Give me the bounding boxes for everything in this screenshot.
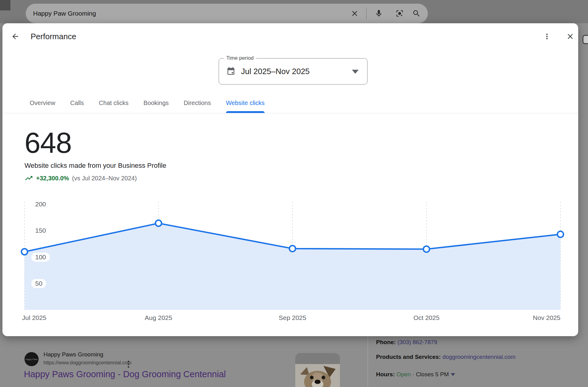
- result-site-name: Happy Paws Grooming: [43, 351, 103, 358]
- products-link[interactable]: doggroomingcentennial.com: [442, 354, 515, 360]
- google-search-bar[interactable]: [26, 4, 428, 23]
- hours-close-text: Closes 5 PM: [416, 371, 449, 378]
- close-icon: [566, 32, 575, 41]
- y-tick-200: 200: [31, 200, 50, 209]
- metric-comparison: (vs Jul 2024–Nov 2024): [72, 175, 137, 182]
- phone-link[interactable]: (303) 862-7879: [398, 339, 437, 345]
- data-point-Oct 2025[interactable]: [424, 246, 430, 252]
- tab-calls[interactable]: Calls: [70, 93, 84, 113]
- more-options-button[interactable]: [541, 30, 553, 43]
- time-period-value: Jul 2025–Nov 2025: [241, 67, 310, 76]
- data-point-Jul 2025[interactable]: [21, 249, 28, 255]
- tab-overview[interactable]: Overview: [30, 93, 55, 113]
- search-bar-divider: [366, 8, 367, 19]
- microphone-icon[interactable]: [375, 9, 383, 18]
- result-site-url: https://www.doggroomingcentennial.com: [43, 360, 131, 366]
- dropdown-arrow-icon: [352, 70, 359, 74]
- time-period-label: Time period: [224, 55, 256, 61]
- calendar-icon: [226, 67, 236, 76]
- browser-corner-element: [0, 0, 10, 10]
- y-tick-50: 50: [31, 279, 46, 288]
- lens-camera-icon[interactable]: [395, 9, 404, 18]
- data-point-Sep 2025[interactable]: [289, 246, 296, 252]
- trending-up-icon: [24, 174, 33, 182]
- phone-label: Phone:: [376, 339, 396, 345]
- page-edge-widget: [582, 35, 588, 44]
- x-axis-labels: Jul 2025Aug 2025Sep 2025Oct 2025Nov 2025: [24, 314, 560, 323]
- x-label-Sep 2025: Sep 2025: [279, 314, 306, 321]
- dog-photo: [295, 364, 340, 387]
- metric-total: 648: [24, 129, 72, 157]
- x-label-Jul 2025: Jul 2025: [22, 314, 46, 321]
- x-label-Oct 2025: Oct 2025: [413, 314, 439, 321]
- results-panel-divider: [368, 337, 368, 387]
- modal-title: Performance: [31, 32, 76, 41]
- phone-row: Phone: (303) 862-7879: [376, 339, 437, 346]
- website-clicks-chart: 20015010050 Jul 2025Aug 2025Sep 2025Oct …: [24, 202, 560, 310]
- y-tick-150: 150: [31, 226, 50, 235]
- result-site-avatar: Happy Paws: [24, 352, 39, 366]
- avatar-text: Happy Paws: [25, 358, 37, 360]
- performance-tabs: Overview Calls Chat clicks Bookings Dire…: [2, 93, 578, 113]
- chart-canvas: [24, 202, 560, 310]
- thumbnail-header: [295, 353, 340, 364]
- products-label: Products and Services:: [376, 354, 441, 360]
- clear-search-icon[interactable]: [350, 9, 359, 18]
- close-button[interactable]: [564, 30, 576, 43]
- hours-expand-icon[interactable]: [451, 373, 455, 376]
- search-icon[interactable]: [412, 9, 421, 18]
- back-button[interactable]: [9, 30, 21, 43]
- result-thumbnail[interactable]: [295, 353, 340, 387]
- data-point-Nov 2025[interactable]: [557, 231, 564, 237]
- tab-website-clicks[interactable]: Website clicks: [226, 93, 265, 113]
- arrow-back-icon: [11, 32, 20, 41]
- search-input[interactable]: [33, 4, 345, 23]
- hours-row: Hours: Open · Closes 5 PM: [376, 371, 455, 378]
- hours-separator: ·: [412, 371, 414, 378]
- x-label-Aug 2025: Aug 2025: [145, 314, 172, 321]
- performance-modal: Performance Time period Jul 2025–Nov 202…: [2, 23, 578, 336]
- products-row: Products and Services: doggroomingcenten…: [376, 354, 515, 360]
- kebab-menu-icon: [543, 32, 551, 41]
- result-kebab-icon[interactable]: [127, 361, 129, 369]
- data-point-Aug 2025[interactable]: [156, 220, 162, 226]
- result-title-link[interactable]: Happy Paws Grooming - Dog Grooming Cente…: [24, 369, 226, 379]
- y-tick-100: 100: [31, 253, 50, 262]
- time-period-select[interactable]: Time period Jul 2025–Nov 2025: [219, 58, 368, 85]
- metric-description: Website clicks made from your Business P…: [24, 162, 166, 170]
- trend-row: +32,300.0% (vs Jul 2024–Nov 2024): [24, 174, 137, 182]
- tab-bookings[interactable]: Bookings: [144, 93, 169, 113]
- tab-chat-clicks[interactable]: Chat clicks: [99, 93, 129, 113]
- x-label-Nov 2025: Nov 2025: [533, 314, 560, 321]
- tab-directions[interactable]: Directions: [184, 93, 211, 113]
- hours-label: Hours:: [376, 371, 395, 378]
- hours-open-status: Open: [397, 371, 411, 378]
- metric-change: +32,300.0%: [36, 175, 69, 182]
